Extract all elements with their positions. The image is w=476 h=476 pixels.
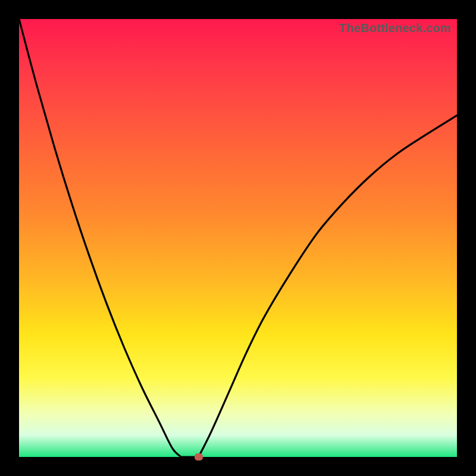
curve-path: [19, 19, 457, 459]
outer-frame: TheBottleneck.com: [0, 0, 476, 476]
optimum-marker: [195, 453, 203, 461]
plot-area: TheBottleneck.com: [19, 19, 457, 457]
bottleneck-curve: [19, 19, 457, 457]
